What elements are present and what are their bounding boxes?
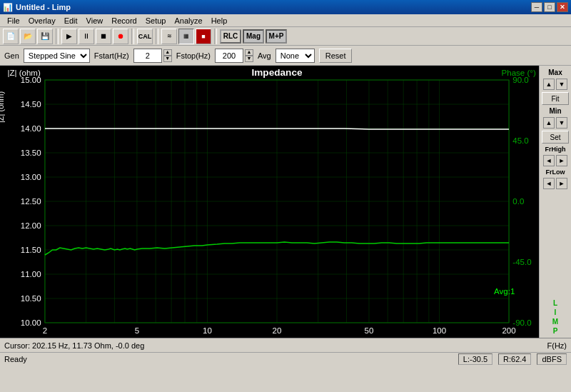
fstart-down[interactable]: ▼: [163, 56, 172, 62]
gen-type-select[interactable]: Stepped Sine: [24, 49, 90, 63]
close-button[interactable]: ✕: [557, 2, 568, 12]
stop-button[interactable]: ⏹: [96, 29, 111, 44]
minimize-button[interactable]: ─: [531, 2, 542, 12]
svg-text:11.50: 11.50: [21, 246, 41, 254]
min-label: Min: [549, 107, 561, 115]
gen-label: Gen: [4, 51, 19, 60]
wave1-button[interactable]: ≋: [161, 29, 177, 44]
frhigh-left-button[interactable]: ◄: [543, 155, 555, 166]
max-label: Max: [548, 69, 562, 76]
cal-button[interactable]: CAL: [137, 29, 153, 44]
open-button[interactable]: 📂: [20, 29, 36, 44]
f-label: F(Hz): [547, 341, 567, 350]
fstop-group: ▲ ▼: [215, 49, 253, 63]
max-down-button[interactable]: ▼: [556, 79, 567, 90]
avg-select[interactable]: None: [276, 49, 315, 63]
ready-status: Ready: [4, 355, 27, 363]
min-arrows[interactable]: ▲ ▼: [543, 117, 567, 129]
limp-legend: L I M P: [552, 285, 558, 335]
fstop-spinner[interactable]: ▲ ▼: [245, 49, 253, 62]
min-down-button[interactable]: ▼: [556, 117, 567, 129]
wave3-button[interactable]: ■: [196, 29, 211, 44]
svg-text:Phase (°): Phase (°): [502, 69, 536, 77]
gen-toolbar: Gen Stepped Sine Fstart(Hz) ▲ ▼ Fstop(Hz…: [0, 46, 571, 66]
svg-text:14.00: 14.00: [21, 124, 41, 133]
max-up-button[interactable]: ▲: [543, 79, 555, 90]
menu-overlay[interactable]: Overlay: [24, 16, 60, 26]
frhigh-right-button[interactable]: ►: [556, 155, 567, 166]
right-panel: Max ▲ ▼ Fit Min ▲ ▼ Set FrHigh ◄ ► FrLow…: [539, 66, 571, 338]
svg-rect-0: [0, 66, 539, 338]
svg-text:5: 5: [135, 326, 139, 335]
svg-text:2: 2: [43, 326, 47, 335]
fstart-spinner[interactable]: ▲ ▼: [163, 49, 172, 62]
svg-text:100: 100: [433, 326, 446, 335]
window-title: Untitled - Limp: [16, 3, 71, 11]
svg-text:-90.0: -90.0: [512, 318, 531, 327]
fstart-label: Fstart(Hz): [94, 51, 129, 60]
svg-text:12.50: 12.50: [21, 197, 41, 206]
app-icon: 📊: [3, 3, 13, 12]
separator3: [156, 29, 158, 44]
r-value: R:62.4: [498, 353, 531, 365]
svg-text:15.00: 15.00: [21, 76, 41, 84]
mag-button[interactable]: Mag: [243, 29, 264, 44]
record-button[interactable]: ⏺: [113, 29, 128, 44]
frhigh-arrows[interactable]: ◄ ►: [543, 155, 567, 166]
svg-text:Avg:1: Avg:1: [494, 287, 515, 296]
menu-help[interactable]: Help: [207, 16, 232, 26]
wave2-button[interactable]: ▦: [178, 29, 194, 44]
frlow-arrows[interactable]: ◄ ►: [543, 178, 567, 189]
play-button[interactable]: ▶: [61, 29, 77, 44]
reset-button[interactable]: Reset: [319, 49, 353, 63]
frlow-label: FrLow: [546, 169, 565, 176]
fstart-group: ▲ ▼: [133, 49, 172, 63]
new-button[interactable]: 📄: [3, 29, 19, 44]
svg-text:200: 200: [502, 326, 515, 335]
fstop-input[interactable]: [215, 49, 243, 63]
menubar: File Overlay Edit View Record Setup Anal…: [0, 14, 571, 27]
max-arrows[interactable]: ▲ ▼: [543, 79, 567, 90]
svg-text:10.50: 10.50: [21, 294, 41, 303]
chart-svg: 15.00 14.50 14.00 13.50 13.00 12.50 12.0…: [0, 66, 539, 338]
svg-text:14.50: 14.50: [21, 100, 41, 109]
frlow-right-button[interactable]: ►: [556, 178, 567, 189]
save-button[interactable]: 💾: [37, 29, 53, 44]
menu-analyze[interactable]: Analyze: [170, 16, 206, 26]
titlebar: 📊 Untitled - Limp ─ □ ✕: [0, 0, 571, 14]
menu-setup[interactable]: Setup: [141, 16, 171, 26]
menu-file[interactable]: File: [3, 16, 24, 26]
rlc-button[interactable]: RLC: [220, 29, 241, 44]
titlebar-left: 📊 Untitled - Limp: [3, 3, 71, 12]
fstart-input[interactable]: [133, 49, 162, 63]
separator4: [214, 29, 217, 44]
set-button[interactable]: Set: [542, 131, 569, 144]
svg-text:|Z| (ohm): |Z| (ohm): [0, 91, 5, 123]
menu-record[interactable]: Record: [107, 16, 141, 26]
min-up-button[interactable]: ▲: [543, 117, 555, 129]
frhigh-label: FrHigh: [545, 146, 566, 153]
toolbar1: 📄 📂 💾 ▶ ⏸ ⏹ ⏺ CAL ≋ ▦ ■ RLC Mag M+P: [0, 27, 571, 46]
avg-label: Avg: [258, 51, 271, 60]
frlow-left-button[interactable]: ◄: [543, 178, 555, 189]
left-value: L:-30.5: [458, 353, 492, 365]
fit-button[interactable]: Fit: [542, 92, 569, 105]
fstop-up[interactable]: ▲: [245, 49, 253, 56]
cursor-info: Cursor: 202.15 Hz, 11.73 Ohm, -0.0 deg: [4, 341, 144, 350]
svg-text:-45.0: -45.0: [512, 258, 531, 266]
svg-text:11.00: 11.00: [21, 270, 41, 278]
svg-text:13.50: 13.50: [21, 149, 41, 157]
fstart-up[interactable]: ▲: [163, 49, 172, 56]
menu-edit[interactable]: Edit: [60, 16, 82, 26]
mp-button[interactable]: M+P: [266, 29, 287, 44]
pause-button[interactable]: ⏸: [79, 29, 94, 44]
maximize-button[interactable]: □: [544, 2, 555, 12]
fstop-label: Fstop(Hz): [176, 51, 211, 60]
titlebar-controls[interactable]: ─ □ ✕: [531, 2, 568, 12]
svg-text:12.00: 12.00: [21, 221, 41, 230]
menu-view[interactable]: View: [82, 16, 108, 26]
svg-text:20: 20: [273, 326, 282, 335]
statusbar: Ready L:-30.5 R:62.4 dBFS: [0, 352, 571, 365]
fstop-down[interactable]: ▼: [245, 56, 253, 62]
svg-text:10: 10: [203, 326, 212, 335]
